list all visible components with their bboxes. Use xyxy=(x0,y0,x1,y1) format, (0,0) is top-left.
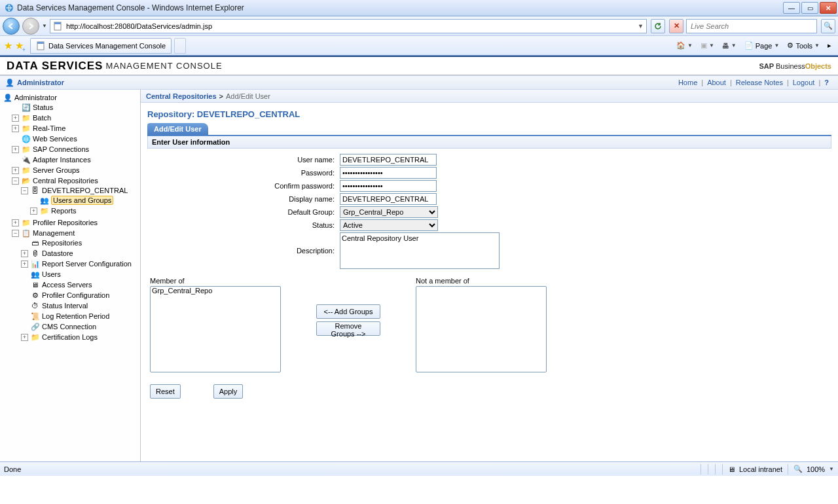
home-menu[interactable]: 🏠▼ xyxy=(674,39,695,53)
tree-profcfg[interactable]: ⚙Profiler Configuration xyxy=(21,291,139,300)
zoom-icon: 🔍 xyxy=(793,465,803,473)
db-icon: 🛢 xyxy=(30,249,40,258)
refresh-button[interactable] xyxy=(651,19,665,33)
tree-repositories[interactable]: 🗃Repositories xyxy=(21,238,139,247)
tab-title: Data Services Management Console xyxy=(48,42,166,50)
add-favorite-icon[interactable]: ★+ xyxy=(15,40,24,52)
zoom-dropdown[interactable]: ▼ xyxy=(829,466,834,472)
tree-cert[interactable]: +📁Certification Logs xyxy=(21,333,139,342)
db-icon: 🗃 xyxy=(30,238,40,247)
tools-menu[interactable]: ⚙Tools▼ xyxy=(784,39,822,53)
release-notes-link[interactable]: Release Notes xyxy=(732,79,787,86)
tree-rsc[interactable]: +📊Report Server Configuration xyxy=(21,259,139,268)
feeds-menu[interactable]: ▣▼ xyxy=(698,39,717,53)
tree-server[interactable]: +📁Server Groups xyxy=(12,166,139,175)
label-status: Status: xyxy=(150,219,340,229)
tree-access[interactable]: 🖥Access Servers xyxy=(21,280,139,289)
tree-users-groups[interactable]: 👥Users and Groups xyxy=(30,196,139,205)
maximize-button[interactable]: ▭ xyxy=(801,2,818,14)
password-input[interactable] xyxy=(340,167,437,179)
label-member-of: Member of xyxy=(150,277,281,285)
label-not-member-of: Not a member of xyxy=(416,277,547,285)
admin-icon: 👤 xyxy=(5,79,14,87)
search-box xyxy=(686,19,817,33)
zone-icon: 🖥 xyxy=(728,465,735,473)
home-link[interactable]: Home xyxy=(674,79,701,86)
cfg-icon: ⚙ xyxy=(30,291,40,300)
tree-central-repo[interactable]: −🗄DEVETLREPO_CENTRAL xyxy=(21,186,139,195)
tree-realtime[interactable]: +📁Real-Time xyxy=(12,124,139,133)
magnifier-icon: 🔍 xyxy=(824,22,833,30)
forward-button[interactable] xyxy=(22,18,39,35)
confirm-password-input[interactable] xyxy=(340,180,437,192)
minimize-button[interactable]: — xyxy=(783,2,800,14)
window-title: Data Services Management Console - Windo… xyxy=(17,3,782,12)
tree-root[interactable]: 👤Administrator xyxy=(3,93,139,102)
search-button[interactable]: 🔍 xyxy=(821,19,835,33)
form: User name: Password: Confirm password: D… xyxy=(147,149,831,403)
search-input[interactable] xyxy=(689,22,814,31)
favorites-icon[interactable]: ★ xyxy=(4,40,12,52)
log-icon: 📜 xyxy=(30,312,40,321)
username-input[interactable] xyxy=(340,154,437,166)
tree-statusint[interactable]: ⏱Status Interval xyxy=(21,301,139,310)
tree-adapter[interactable]: 🔌Adapter Instances xyxy=(12,155,139,164)
display-name-input[interactable] xyxy=(340,193,437,205)
zoom-level: 100% xyxy=(807,465,825,473)
tree-sap[interactable]: +📁SAP Connections xyxy=(12,145,139,154)
back-button[interactable] xyxy=(3,18,20,35)
gear-icon: ⚙ xyxy=(787,41,793,50)
admin-title: Administrator xyxy=(17,79,64,86)
print-menu[interactable]: 🖶▼ xyxy=(720,39,739,53)
page-menu[interactable]: 📄Page▼ xyxy=(742,39,782,53)
new-tab-button[interactable] xyxy=(174,38,186,54)
apply-button[interactable]: Apply xyxy=(213,384,244,399)
tree-web[interactable]: 🌐Web Services xyxy=(12,134,139,143)
security-zone: Local intranet xyxy=(739,465,782,473)
add-groups-button[interactable]: <-- Add Groups xyxy=(316,304,380,319)
section-header: Enter User information xyxy=(147,136,831,149)
tree-logret[interactable]: 📜Log Retention Period xyxy=(21,312,139,321)
not-member-of-listbox[interactable] xyxy=(416,286,547,372)
label-confirm: Confirm password: xyxy=(150,180,340,190)
tab-add-edit-user[interactable]: Add/Edit User xyxy=(147,123,208,135)
breadcrumb-sep: > xyxy=(219,92,223,100)
tree-datastore[interactable]: +🛢Datastore xyxy=(21,249,139,258)
member-of-listbox[interactable]: Grp_Central_Repo xyxy=(150,286,281,372)
cfg-icon: 📊 xyxy=(30,259,40,268)
default-group-select[interactable]: Grp_Central_Repo xyxy=(340,206,438,218)
browser-toolbar: ★ ★+ Data Services Management Console 🏠▼… xyxy=(0,36,838,56)
label-password: Password: xyxy=(150,167,340,177)
url-dropdown-icon[interactable]: ▼ xyxy=(638,23,644,29)
globe-icon: 🌐 xyxy=(21,134,31,143)
browser-tab[interactable]: Data Services Management Console xyxy=(30,38,172,54)
tree-cms[interactable]: 🔗CMS Connection xyxy=(21,322,139,331)
address-bar: ▼ xyxy=(50,19,647,33)
adapter-icon: 🔌 xyxy=(21,155,31,164)
remove-groups-button[interactable]: Remove Groups --> xyxy=(316,321,380,336)
url-input[interactable] xyxy=(65,22,635,31)
about-link[interactable]: About xyxy=(703,79,730,86)
users-icon: 👥 xyxy=(30,270,40,279)
tree-batch[interactable]: +📁Batch xyxy=(12,113,139,122)
tree-status[interactable]: 🔄Status xyxy=(12,103,139,112)
nav-history-dropdown[interactable]: ▼ xyxy=(42,23,47,29)
tree-users[interactable]: 👥Users xyxy=(21,270,139,279)
folder-icon: 📂 xyxy=(21,176,31,185)
status-text: Done xyxy=(4,465,21,473)
breadcrumb-central[interactable]: Central Repositories xyxy=(146,92,217,100)
logout-link[interactable]: Logout xyxy=(789,79,819,86)
close-button[interactable]: ✕ xyxy=(820,2,837,14)
tree-reports[interactable]: +📁Reports xyxy=(30,206,139,215)
svg-rect-4 xyxy=(37,42,44,44)
description-textarea[interactable]: Central Repository User xyxy=(340,232,500,269)
tree-central[interactable]: −📂Central Repositories xyxy=(12,176,139,185)
status-select[interactable]: Active xyxy=(340,219,438,231)
reset-button[interactable]: Reset xyxy=(150,384,181,399)
content: Central Repositories > Add/Edit User Rep… xyxy=(141,90,838,461)
stop-button[interactable]: ✕ xyxy=(669,19,683,33)
tree-management[interactable]: −📋Management xyxy=(12,228,139,238)
toolbar-chevron[interactable]: ▸ xyxy=(825,39,834,53)
tree-profiler[interactable]: +📁Profiler Repositories xyxy=(12,218,139,227)
help-link[interactable]: ? xyxy=(820,79,833,86)
